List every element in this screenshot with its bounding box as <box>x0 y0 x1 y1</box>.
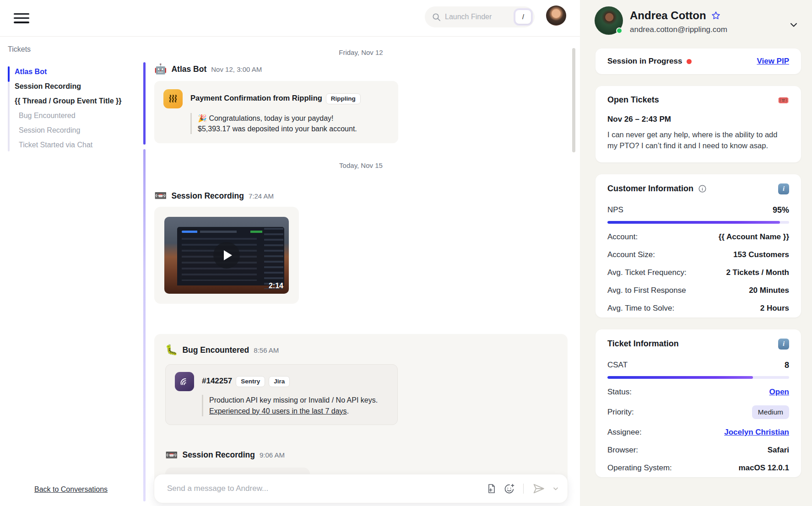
hamburger-menu-icon[interactable] <box>14 13 29 23</box>
content-area: Tickets Atlas Bot Session Recording {{ T… <box>0 37 580 506</box>
add-emoji-icon[interactable] <box>503 483 515 495</box>
payment-quote: 🎉 Congratulations, today is your payday!… <box>190 113 389 134</box>
sidebar-item-ticket-started[interactable]: Ticket Started via Chat <box>8 138 146 152</box>
message-time: 8:56 AM <box>254 346 279 354</box>
ticket-row-os: Operating System: macOS 12.0.1 <box>607 463 789 473</box>
bug-emoji-icon: 🐛 <box>165 345 178 355</box>
message-sender: Atlas Bot <box>171 65 206 74</box>
ticket-timestamp: Nov 26 – 2:43 PM <box>607 115 789 124</box>
back-to-conversations-link[interactable]: Back to Conversations <box>34 485 108 494</box>
favorite-star-icon[interactable] <box>711 11 721 21</box>
video-duration: 2:14 <box>269 282 283 290</box>
open-tickets-title: Open Tickets <box>607 95 659 105</box>
ticket-id: #142257 <box>202 377 232 385</box>
status-open-link[interactable]: Open <box>769 388 789 397</box>
send-icon[interactable] <box>532 483 546 495</box>
sidebar-item-atlas-bot[interactable]: Atlas Bot <box>8 65 146 79</box>
top-bar: / <box>0 0 580 37</box>
rippling-tag[interactable]: Rippling <box>326 93 361 104</box>
nps-value: 95% <box>773 205 789 215</box>
active-item-indicator <box>8 66 10 82</box>
affected-users-link[interactable]: Experienced by 40 users in the last 7 da… <box>209 407 347 415</box>
message-sender: Session Recording <box>171 191 244 201</box>
customer-email[interactable]: andrea.cotton@rippling.com <box>630 25 727 34</box>
sidebar-item-thread-title[interactable]: {{ Thread / Group Event Title }} <box>8 94 146 108</box>
csat-progress-fill <box>607 376 753 379</box>
app-window: / Tickets Atlas Bot Session Recording {{… <box>0 0 812 506</box>
sidebar-item-session-recording[interactable]: Session Recording <box>8 79 146 94</box>
info-row-ticket-frequency: Avg. Ticket Frequency: 2 Tickets / Month <box>607 268 789 277</box>
composer-divider <box>523 484 524 494</box>
message-header-session-recording-2: 📼 Session Recording 9:06 AM <box>165 450 557 460</box>
customer-information-title: Customer Information <box>607 184 693 194</box>
rippling-logo-icon <box>163 89 183 108</box>
info-emoji-icon: i <box>778 183 789 194</box>
launch-finder-search[interactable]: / <box>425 6 535 27</box>
message-header-atlas: 🤖 Atlas Bot Nov 12, 3:00 AM <box>154 64 568 74</box>
slash-shortcut-key: / <box>515 10 531 24</box>
play-button[interactable] <box>213 242 240 269</box>
message-time: 9:06 AM <box>260 451 285 459</box>
priority-badge[interactable]: Medium <box>752 405 789 419</box>
session-progress-card: Session in Progress View PIP <box>595 48 801 74</box>
ticket-information-title: Ticket Information <box>607 339 679 349</box>
message-time: 7:24 AM <box>249 192 274 200</box>
message-header-bug: 🐛 Bug Encountered 8:56 AM <box>165 345 557 355</box>
date-separator: Today, Nov 15 <box>154 143 568 169</box>
csat-progress-track <box>607 376 789 379</box>
payment-confirmation-card[interactable]: Payment Confirmation from RipplingRippli… <box>154 81 398 143</box>
recording-dot <box>687 59 692 64</box>
sidebar-item-session-recording-2[interactable]: Session Recording <box>8 123 146 138</box>
agent-avatar[interactable] <box>546 5 566 26</box>
sentry-issue-card[interactable]: #142257SentryJira Production API key mis… <box>165 364 398 425</box>
ticket-information-card: Ticket Information i CSAT 8 Status: Open… <box>595 329 801 477</box>
card-title: Payment Confirmation from Rippling <box>190 94 322 102</box>
info-emoji-icon: i <box>778 339 789 350</box>
message-header-session-recording: 📼 Session Recording 7:24 AM <box>154 191 568 201</box>
customer-panel: Andrea Cotton andrea.cotton@rippling.com… <box>580 0 812 506</box>
nps-progress-track <box>607 221 789 224</box>
csat-value: 8 <box>785 361 789 370</box>
recorded-screen-sidebar <box>264 228 283 289</box>
tickets-sidebar: Tickets Atlas Bot Session Recording {{ T… <box>0 37 146 506</box>
main-column: / Tickets Atlas Bot Session Recording {{… <box>0 0 580 506</box>
customer-name: Andrea Cotton <box>630 9 706 22</box>
sidebar-item-bug-encountered[interactable]: Bug Encountered <box>8 108 146 123</box>
scrollbar-thumb[interactable] <box>572 48 575 152</box>
info-row-account: Account: {{ Account Name }} <box>607 232 789 242</box>
ticket-list: Atlas Bot Session Recording {{ Thread / … <box>0 65 146 152</box>
info-row-first-response: Avg. to First Response 20 Minutes <box>607 286 789 295</box>
customer-information-card: Customer Information i NPS 95% Account: … <box>595 174 801 318</box>
nps-label: NPS <box>607 205 623 215</box>
video-thumbnail[interactable]: 2:14 <box>164 217 289 294</box>
message-sender: Session Recording <box>182 450 255 460</box>
date-separator: Friday, Nov 12 <box>154 37 568 56</box>
sentry-logo-icon <box>175 372 194 391</box>
search-input[interactable] <box>445 13 504 21</box>
ticket-message: I can never get any help, where is the a… <box>607 129 786 151</box>
message-time: Nov 12, 3:00 AM <box>211 65 262 73</box>
ticket-row-status: Status: Open <box>607 388 789 397</box>
info-circle-icon[interactable] <box>698 184 707 193</box>
session-progress-title: Session in Progress <box>607 57 682 66</box>
message-sender: Bug Encountered <box>182 345 249 355</box>
vhs-emoji-icon: 📼 <box>165 450 178 460</box>
csat-label: CSAT <box>607 361 628 370</box>
assignee-link[interactable]: Jocelyn Christian <box>724 428 789 437</box>
robot-emoji-icon: 🤖 <box>154 64 167 74</box>
info-row-time-to-solve: Avg. Time to Solve: 2 Hours <box>607 304 789 313</box>
message-input[interactable] <box>167 484 486 493</box>
info-row-account-size: Account Size: 153 Customers <box>607 250 789 259</box>
session-recording-card: 2:14 <box>154 207 299 304</box>
tickets-emoji-icon: 🎟️ <box>778 96 789 105</box>
ticket-row-browser: Browser: Safari <box>607 446 789 455</box>
jira-tag[interactable]: Jira <box>269 376 290 387</box>
send-options-chevron-icon[interactable] <box>552 485 559 492</box>
attach-file-icon[interactable] <box>486 483 497 494</box>
view-pip-link[interactable]: View PIP <box>757 57 789 66</box>
vhs-emoji-icon: 📼 <box>154 191 167 201</box>
sentry-tag[interactable]: Sentry <box>236 376 265 387</box>
thread-line-faded <box>143 149 146 501</box>
collapse-panel-chevron-icon[interactable] <box>788 19 799 30</box>
message-composer[interactable] <box>154 474 568 503</box>
